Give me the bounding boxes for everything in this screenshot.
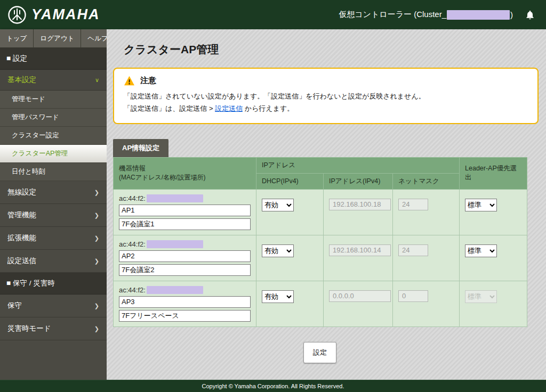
sidebar-item-cluster-settings[interactable]: クラスター設定 bbox=[0, 127, 107, 145]
bell-icon[interactable] bbox=[525, 10, 535, 20]
sidebar-item-label: 管理パスワード bbox=[12, 113, 59, 121]
dhcp-select[interactable]: 有効 bbox=[262, 290, 294, 303]
tab-label: ヘルプ bbox=[87, 35, 107, 42]
sidebar-item-label: 災害時モード bbox=[7, 324, 51, 333]
col-header-ipv4: IPアドレス(IPv4) bbox=[324, 173, 393, 189]
dhcp-cell: 有効 bbox=[256, 281, 324, 326]
tab-label: ログアウト bbox=[40, 35, 74, 42]
chevron-down-icon: ∨ bbox=[95, 77, 99, 84]
col-header-ip-group: IPアドレス bbox=[256, 157, 460, 173]
ap-location-input[interactable] bbox=[119, 218, 251, 230]
sidebar-item-label: 保守 bbox=[7, 301, 22, 311]
sidebar-item-basic-settings[interactable]: 基本設定 ∨ bbox=[0, 70, 107, 91]
warning-icon bbox=[124, 76, 135, 86]
notice-title: 注意 bbox=[140, 76, 156, 86]
sidebar-tab-help[interactable]: ヘルプ bbox=[81, 29, 107, 48]
mac-prefix: ac:44:f2: bbox=[119, 240, 146, 248]
ap-row: ac:44:f2: 有効 bbox=[114, 189, 527, 235]
ap-name-input[interactable] bbox=[119, 296, 251, 308]
ap-row: ac:44:f2: 有効 bbox=[114, 235, 527, 281]
notice-line-2-prefix: 「設定送信」は、設定送信 > bbox=[124, 104, 215, 112]
device-info-cell: ac:44:f2: bbox=[114, 235, 256, 281]
brand: YAMAHA bbox=[7, 5, 100, 24]
sidebar-section-maintenance: ■ 保守 / 災害時 bbox=[0, 273, 107, 295]
layout: トップ ログアウト ヘルプ ■ 設定 基本設定 ∨ 管理モード 管理パスワード … bbox=[0, 29, 546, 380]
sidebar-item-maintenance[interactable]: 保守 ❯ bbox=[0, 295, 107, 317]
sidebar-item-disaster-mode[interactable]: 災害時モード ❯ bbox=[0, 317, 107, 340]
leader-cell: 標準 bbox=[460, 281, 527, 326]
sidebar-item-label: 拡張機能 bbox=[7, 233, 36, 243]
tab-ap-info-settings[interactable]: AP情報設定 bbox=[113, 139, 168, 157]
table-header-row-1: 機器情報 (MACアドレス/名称/設置場所) IPアドレス Leader-AP優… bbox=[114, 157, 527, 173]
page: YAMAHA 仮想コントローラー (Cluster_ ) トップ ログアウト ヘ… bbox=[0, 0, 546, 392]
copyright-text: Copyright © Yamaha Corporation. All Righ… bbox=[202, 383, 344, 389]
col-header-netmask: ネットマスク bbox=[393, 173, 460, 189]
ap-name-input[interactable] bbox=[119, 205, 251, 216]
basic-settings-label: 基本設定 bbox=[7, 75, 36, 85]
sidebar-tab-logout[interactable]: ログアウト bbox=[34, 29, 81, 48]
ip-address-field bbox=[329, 199, 391, 210]
chevron-right-icon: ❯ bbox=[94, 189, 99, 196]
sidebar-item-wireless-settings[interactable]: 無線設定 ❯ bbox=[0, 181, 107, 204]
sidebar-item-label: クラスターAP管理 bbox=[12, 150, 68, 157]
dhcp-cell: 有効 bbox=[256, 235, 324, 281]
dhcp-select[interactable]: 有効 bbox=[262, 199, 294, 211]
sidebar-tab-top[interactable]: トップ bbox=[0, 29, 34, 48]
apply-settings-button[interactable]: 設定 bbox=[303, 342, 336, 363]
notice-header: 注意 bbox=[124, 76, 528, 86]
ap-table: 機器情報 (MACアドレス/名称/設置場所) IPアドレス Leader-AP優… bbox=[113, 157, 527, 327]
mac-address: ac:44:f2: bbox=[119, 194, 251, 202]
controller-label: 仮想コントローラー (Cluster_ ) bbox=[339, 10, 513, 20]
netmask-field bbox=[398, 199, 428, 210]
sidebar-item-label: 設定送信 bbox=[7, 256, 36, 266]
ip-cell bbox=[324, 189, 393, 235]
header-sublabel: (MACアドレス/名称/設置場所) bbox=[119, 173, 251, 182]
sidebar: トップ ログアウト ヘルプ ■ 設定 基本設定 ∨ 管理モード 管理パスワード … bbox=[0, 29, 107, 380]
ap-name-input[interactable] bbox=[119, 250, 251, 262]
brand-name: YAMAHA bbox=[31, 6, 100, 23]
mac-prefix: ac:44:f2: bbox=[119, 194, 146, 202]
footer: Copyright © Yamaha Corporation. All Righ… bbox=[0, 380, 546, 392]
device-info-cell: ac:44:f2: bbox=[114, 281, 256, 326]
config-send-link[interactable]: 設定送信 bbox=[215, 104, 243, 112]
top-header-bar: YAMAHA 仮想コントローラー (Cluster_ ) bbox=[0, 0, 546, 29]
button-row: 設定 bbox=[113, 342, 527, 363]
header-label: 機器情報 bbox=[119, 165, 146, 172]
notice-box: 注意 「設定送信」されていない設定があります。「設定送信」を行わないと設定が反映… bbox=[113, 68, 539, 124]
topbar-right: 仮想コントローラー (Cluster_ ) bbox=[339, 10, 535, 20]
notice-line-2-suffix: から行えます。 bbox=[243, 104, 294, 112]
notice-line-2: 「設定送信」は、設定送信 > 設定送信 から行えます。 bbox=[124, 103, 528, 115]
netmask-cell bbox=[393, 281, 460, 326]
netmask-cell bbox=[393, 235, 460, 281]
sidebar-item-management-functions[interactable]: 管理機能 ❯ bbox=[0, 204, 107, 227]
sidebar-item-admin-password[interactable]: 管理パスワード bbox=[0, 109, 107, 127]
mac-address: ac:44:f2: bbox=[119, 286, 251, 294]
leader-priority-select[interactable]: 標準 bbox=[465, 244, 497, 257]
chevron-right-icon: ❯ bbox=[94, 212, 99, 219]
main-content: クラスターAP管理 注意 「設定送信」されていない設定があります。「設定送信」を… bbox=[107, 29, 546, 380]
sidebar-item-date-time[interactable]: 日付と時刻 bbox=[0, 163, 107, 181]
sidebar-item-cluster-ap-management[interactable]: クラスターAP管理 bbox=[0, 145, 107, 163]
chevron-right-icon: ❯ bbox=[94, 235, 99, 242]
leader-cell: 標準 bbox=[460, 189, 527, 235]
controller-label-suffix: ) bbox=[510, 10, 513, 19]
dhcp-select[interactable]: 有効 bbox=[262, 244, 294, 257]
sidebar-item-label: 管理機能 bbox=[7, 210, 36, 220]
ip-address-field bbox=[329, 244, 391, 256]
controller-label-prefix: 仮想コントローラー (Cluster_ bbox=[339, 10, 446, 20]
chevron-right-icon: ❯ bbox=[94, 258, 99, 265]
redacted-mac-suffix bbox=[147, 286, 203, 294]
ap-location-input[interactable] bbox=[119, 264, 251, 276]
sidebar-item-label: 日付と時刻 bbox=[12, 168, 45, 175]
ip-cell bbox=[324, 281, 393, 326]
sidebar-item-config-send[interactable]: 設定送信 ❯ bbox=[0, 250, 107, 273]
sidebar-item-management-mode[interactable]: 管理モード bbox=[0, 91, 107, 109]
ap-location-input[interactable] bbox=[119, 310, 251, 322]
sidebar-top-tabs: トップ ログアウト ヘルプ bbox=[0, 29, 107, 48]
sidebar-section-settings: ■ 設定 bbox=[0, 48, 107, 70]
sidebar-item-extended-functions[interactable]: 拡張機能 ❯ bbox=[0, 227, 107, 250]
yamaha-logo-icon bbox=[7, 5, 27, 24]
leader-cell: 標準 bbox=[460, 235, 527, 281]
chevron-right-icon: ❯ bbox=[94, 325, 99, 332]
leader-priority-select[interactable]: 標準 bbox=[465, 199, 497, 211]
